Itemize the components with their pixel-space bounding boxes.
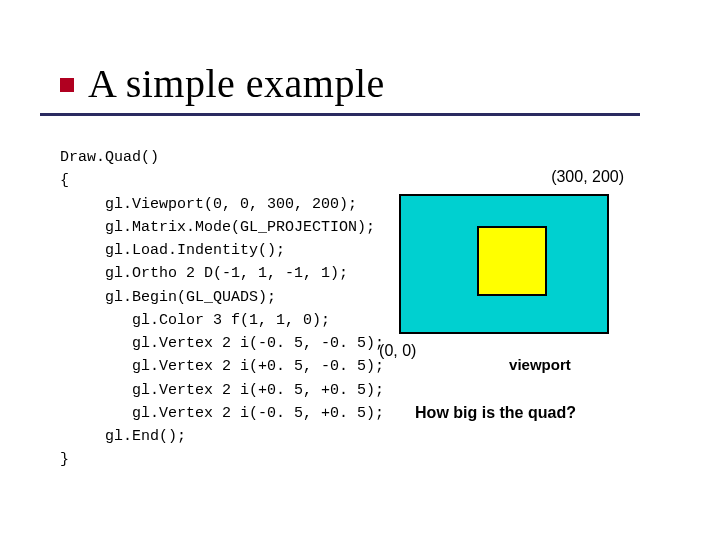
code-line: gl.Vertex 2 i(-0. 5, -0. 5); bbox=[60, 335, 384, 352]
coord-top-right: (300, 200) bbox=[551, 168, 624, 186]
code-line: } bbox=[60, 451, 69, 468]
code-line: gl.Vertex 2 i(+0. 5, +0. 5); bbox=[60, 382, 384, 399]
slide-title: A simple example bbox=[88, 60, 385, 107]
code-line: gl.Viewport(0, 0, 300, 200); bbox=[60, 196, 357, 213]
title-row: A simple example bbox=[60, 60, 720, 107]
code-line: gl.Vertex 2 i(+0. 5, -0. 5); bbox=[60, 358, 384, 375]
code-line: gl.Vertex 2 i(-0. 5, +0. 5); bbox=[60, 405, 384, 422]
code-block: Draw.Quad() { gl.Viewport(0, 0, 300, 200… bbox=[60, 146, 384, 472]
content-area: Draw.Quad() { gl.Viewport(0, 0, 300, 200… bbox=[60, 146, 720, 472]
code-line: { bbox=[60, 172, 69, 189]
slide: A simple example Draw.Quad() { gl.Viewpo… bbox=[0, 0, 720, 540]
title-bullet-icon bbox=[60, 78, 74, 92]
code-line: Draw.Quad() bbox=[60, 149, 159, 166]
code-line: gl.End(); bbox=[60, 428, 186, 445]
coord-bottom-left: (0, 0) bbox=[379, 342, 416, 360]
quad-rect bbox=[477, 226, 547, 296]
code-line: gl.Begin(GL_QUADS); bbox=[60, 289, 276, 306]
title-underline bbox=[40, 113, 640, 116]
code-line: gl.Color 3 f(1, 1, 0); bbox=[60, 312, 330, 329]
code-line: gl.Ortho 2 D(-1, 1, -1, 1); bbox=[60, 265, 348, 282]
code-line: gl.Matrix.Mode(GL_PROJECTION); bbox=[60, 219, 375, 236]
code-line: gl.Load.Indentity(); bbox=[60, 242, 285, 259]
diagram-panel: (300, 200) (0, 0) viewport How big is th… bbox=[389, 146, 639, 472]
viewport-label: viewport bbox=[509, 356, 571, 373]
question-text: How big is the quad? bbox=[415, 404, 576, 422]
